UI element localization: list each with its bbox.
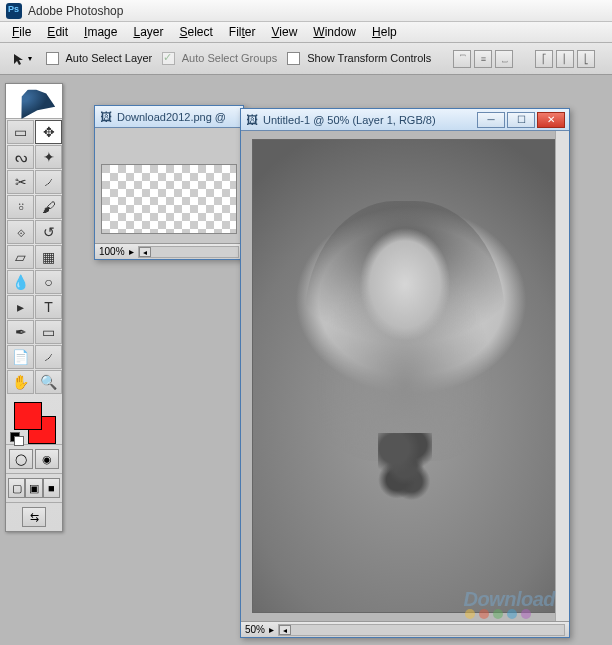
hand-tool[interactable]: ✋: [7, 370, 34, 394]
menu-select[interactable]: Select: [171, 23, 220, 41]
eyedropper-tool[interactable]: ⟋: [35, 345, 62, 369]
menu-window[interactable]: Window: [305, 23, 364, 41]
menu-edit[interactable]: Edit: [39, 23, 76, 41]
dot-icon: [465, 609, 475, 619]
magic-wand-tool[interactable]: ✦: [35, 145, 62, 169]
crop-tool[interactable]: ✂: [7, 170, 34, 194]
maximize-button[interactable]: ☐: [507, 112, 535, 128]
dot-icon: [479, 609, 489, 619]
distribute-buttons: ⎡ ⎢ ⎣: [535, 50, 595, 68]
dot-icon: [493, 609, 503, 619]
current-tool-indicator[interactable]: ▾: [8, 50, 36, 68]
toolbox-header: [6, 84, 62, 119]
screen-full-menubar-icon[interactable]: ▣: [25, 478, 42, 498]
auto-select-layer-label: Auto Select Layer: [65, 52, 152, 64]
image-file-icon: 🖼: [99, 110, 113, 124]
slice-tool[interactable]: ⟋: [35, 170, 62, 194]
doc2-titlebar[interactable]: 🖼 Untitled-1 @ 50% (Layer 1, RGB/8) ─ ☐ …: [241, 109, 569, 131]
pen-tool[interactable]: ✒: [7, 320, 34, 344]
path-select-tool[interactable]: ▸: [7, 295, 34, 319]
dodge-tool[interactable]: ○: [35, 270, 62, 294]
doc1-canvas-area[interactable]: [95, 128, 243, 243]
toolbox: ▭ ✥ ᔓ ✦ ✂ ⟋ ⍤ 🖌 ⟐ ↺ ▱ ▦ 💧 ○ ▸ T ✒ ▭ 📄 ⟋ …: [5, 83, 63, 532]
default-colors-icon-bg: [14, 436, 24, 446]
zoom-tool[interactable]: 🔍: [35, 370, 62, 394]
dropdown-icon: ▾: [28, 54, 32, 63]
align-right-icon[interactable]: ⎣: [577, 50, 595, 68]
align-bottom-icon[interactable]: ⎵: [495, 50, 513, 68]
watermark-dots: [465, 609, 531, 619]
screen-full-icon[interactable]: ■: [43, 478, 60, 498]
scroll-left-icon[interactable]: ◂: [139, 247, 151, 257]
brush-tool[interactable]: 🖌: [35, 195, 62, 219]
align-left-icon[interactable]: ⎡: [535, 50, 553, 68]
minimize-button[interactable]: ─: [477, 112, 505, 128]
doc1-info-icon[interactable]: ▸: [129, 246, 134, 257]
eraser-tool[interactable]: ▱: [7, 245, 34, 269]
menu-image[interactable]: Image: [76, 23, 125, 41]
doc1-titlebar[interactable]: 🖼 Download2012.png @: [95, 106, 243, 128]
type-tool[interactable]: T: [35, 295, 62, 319]
standard-mode-icon[interactable]: ◯: [9, 449, 33, 469]
document-window-1: 🖼 Download2012.png @ 100% ▸ ◂: [94, 105, 244, 260]
menu-view[interactable]: View: [264, 23, 306, 41]
close-button[interactable]: ✕: [537, 112, 565, 128]
doc2-image[interactable]: [252, 139, 558, 613]
doc2-statusbar: 50% ▸ ◂: [241, 621, 569, 637]
doc2-hscroll[interactable]: ◂: [278, 624, 565, 636]
align-vcenter-icon[interactable]: ≡: [474, 50, 492, 68]
lasso-tool[interactable]: ᔓ: [7, 145, 34, 169]
notes-tool[interactable]: 📄: [7, 345, 34, 369]
document-window-2: 🖼 Untitled-1 @ 50% (Layer 1, RGB/8) ─ ☐ …: [240, 108, 570, 638]
doc1-zoom-value[interactable]: 100%: [99, 246, 125, 257]
app-titlebar: Adobe Photoshop: [0, 0, 612, 22]
menu-file[interactable]: File: [4, 23, 39, 41]
show-transform-checkbox[interactable]: [287, 52, 300, 65]
watermark-text: Download: [463, 588, 555, 611]
move-tool[interactable]: ✥: [35, 120, 62, 144]
auto-select-groups-label: Auto Select Groups: [182, 52, 277, 64]
doc1-statusbar: 100% ▸ ◂: [95, 243, 243, 259]
dot-icon: [507, 609, 517, 619]
menu-layer[interactable]: Layer: [125, 23, 171, 41]
photoshop-icon: [6, 3, 22, 19]
foreground-color[interactable]: [14, 402, 42, 430]
options-bar: ▾ Auto Select Layer Auto Select Groups S…: [0, 43, 612, 75]
history-brush-tool[interactable]: ↺: [35, 220, 62, 244]
gradient-tool[interactable]: ▦: [35, 245, 62, 269]
move-cursor-icon: [12, 52, 26, 66]
doc2-title: Untitled-1 @ 50% (Layer 1, RGB/8): [263, 114, 473, 126]
doc2-zoom-value[interactable]: 50%: [245, 624, 265, 635]
shape-tool[interactable]: ▭: [35, 320, 62, 344]
marquee-tool[interactable]: ▭: [7, 120, 34, 144]
auto-select-layer-checkbox[interactable]: [46, 52, 59, 65]
menu-help[interactable]: Help: [364, 23, 405, 41]
screen-standard-icon[interactable]: ▢: [8, 478, 25, 498]
dot-icon: [521, 609, 531, 619]
app-title: Adobe Photoshop: [28, 4, 123, 18]
align-top-icon[interactable]: ⎴: [453, 50, 471, 68]
scroll-left-icon[interactable]: ◂: [279, 625, 291, 635]
quickmask-mode-icon[interactable]: ◉: [35, 449, 59, 469]
doc2-info-icon[interactable]: ▸: [269, 624, 274, 635]
healing-tool[interactable]: ⍤: [7, 195, 34, 219]
doc1-canvas[interactable]: [101, 164, 237, 234]
align-hcenter-icon[interactable]: ⎢: [556, 50, 574, 68]
show-transform-label: Show Transform Controls: [307, 52, 431, 64]
feather-icon: [10, 81, 57, 121]
color-swatches: [6, 398, 62, 444]
auto-select-groups-checkbox: [162, 52, 175, 65]
stamp-tool[interactable]: ⟐: [7, 220, 34, 244]
jump-to-imageready-icon[interactable]: ⇆: [22, 507, 46, 527]
doc1-title: Download2012.png @: [117, 111, 239, 123]
doc2-vscroll[interactable]: [555, 131, 569, 621]
doc2-canvas-area[interactable]: [241, 131, 569, 621]
blur-tool[interactable]: 💧: [7, 270, 34, 294]
menubar: File Edit Image Layer Select Filter View…: [0, 22, 612, 43]
doc1-hscroll[interactable]: ◂: [138, 246, 239, 258]
menu-filter[interactable]: Filter: [221, 23, 264, 41]
align-buttons: ⎴ ≡ ⎵: [453, 50, 513, 68]
image-file-icon: 🖼: [245, 113, 259, 127]
